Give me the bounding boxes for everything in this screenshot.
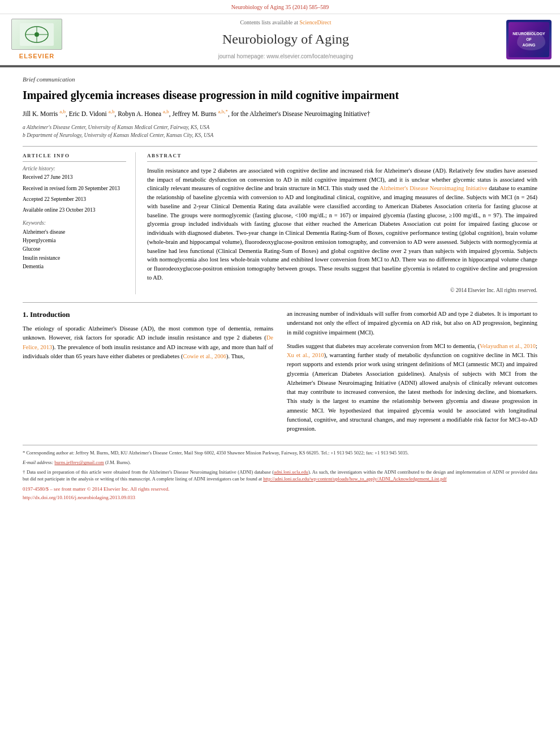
journal-homepage: journal homepage: www.elsevier.com/locat… [218, 53, 353, 61]
keywords-label: Keywords: [23, 220, 126, 227]
keywords-section: Keywords: Alzheimer's disease Hyperglyce… [23, 220, 126, 271]
sciencedirect-link[interactable]: Contents lists available at ScienceDirec… [240, 19, 331, 27]
doi-line[interactable]: http://dx.doi.org/10.1016/j.neurobiolagi… [23, 494, 537, 501]
keyword-1: Alzheimer's disease [23, 229, 126, 236]
de-felice-ref[interactable]: De Felice, 2013 [23, 334, 273, 350]
introduction-section: 1. Introduction The etiology of sporadic… [23, 310, 537, 438]
publisher-logo-area: ELSEVIER [6, 19, 68, 61]
author-morris: Jill K. Morris a,b, Eric D. Vidoni a,b, … [23, 110, 370, 117]
svg-point-4 [35, 32, 39, 37]
affiliation-a: a Alzheimer's Disease Center, University… [23, 123, 537, 131]
adni-list-link[interactable]: http://adni.loni.ucla.edu/wp-content/upl… [263, 476, 446, 482]
footnote-email: E-mail address: burns.jeffrey@gmail.com … [23, 460, 537, 466]
cowie-ref[interactable]: Cowie et al., 2006 [183, 353, 226, 359]
received-date: Received 27 June 2013 [23, 174, 126, 181]
history-label: Article history: [23, 165, 126, 173]
issn-line: 0197-4580/$ – see front matter © 2014 El… [23, 486, 537, 493]
footnote-dagger: † Data used in preparation of this artic… [23, 469, 537, 483]
journal-title-area: Contents lists available at ScienceDirec… [74, 19, 498, 61]
xu-ref[interactable]: Xu et al., 2010 [287, 352, 324, 358]
section-divider [23, 302, 537, 303]
keyword-5: Dementia [23, 263, 126, 271]
intro-paragraph-2: an increasing number of individuals will… [287, 310, 537, 337]
adni-link[interactable]: Alzheimer's Disease Neuroimaging Initiat… [380, 185, 487, 191]
article-info-column: ARTICLE INFO Article history: Received 2… [23, 152, 136, 294]
journal-citation-bar: Neurobiology of Aging 35 (2014) 585–589 [0, 0, 560, 14]
online-date: Available online 23 October 2013 [23, 207, 126, 214]
icon-line2: OF [512, 37, 545, 42]
intro-right-col: an increasing number of individuals will… [287, 310, 537, 438]
elsevier-logo-graphic [11, 19, 62, 50]
elsevier-text: ELSEVIER [19, 52, 54, 61]
intro-paragraph-3: Studies suggest that diabetes may accele… [287, 342, 537, 434]
adni-db-link[interactable]: adni.loni.ucla.edu [274, 469, 308, 475]
email-link[interactable]: burns.jeffrey@gmail.com [54, 460, 104, 465]
journal-icon-area: NEUROBIOLOGY OF AGING [503, 19, 554, 61]
journal-icon: NEUROBIOLOGY OF AGING [506, 20, 552, 59]
journal-title: Neurobiology of Aging [222, 30, 349, 49]
revised-date: Received in revised form 20 September 20… [23, 185, 126, 192]
journal-header: ELSEVIER Contents lists available at Sci… [0, 14, 560, 66]
icon-line1: NEUROBIOLOGY [512, 31, 545, 37]
abstract-heading: ABSTRACT [147, 152, 537, 162]
article-title: Impaired glycemia increases disease prog… [23, 88, 537, 102]
footnotes-area: * Corresponding author at: Jeffrey M. Bu… [23, 445, 537, 501]
keyword-3: Glucose [23, 246, 126, 253]
authors-line: Jill K. Morris a,b, Eric D. Vidoni a,b, … [23, 108, 537, 119]
abstract-body: Insulin resistance and type 2 diabetes a… [147, 166, 537, 282]
article-info-abstract: ARTICLE INFO Article history: Received 2… [23, 146, 537, 294]
affiliation-b: b Department of Neurology, University of… [23, 131, 537, 139]
footnote-corresponding: * Corresponding author at: Jeffrey M. Bu… [23, 450, 537, 457]
abstract-column: ABSTRACT Insulin resistance and type 2 d… [147, 152, 537, 294]
intro-heading: 1. Introduction [23, 310, 273, 320]
intro-left-col: 1. Introduction The etiology of sporadic… [23, 310, 273, 438]
sciencedirect-anchor[interactable]: ScienceDirect [299, 19, 331, 25]
doi-link[interactable]: http://dx.doi.org/10.1016/j.neurobiolagi… [23, 495, 135, 500]
icon-line3: AGING [512, 42, 545, 48]
keyword-2: Hyperglycemia [23, 237, 126, 244]
accepted-date: Accepted 22 September 2013 [23, 196, 126, 203]
article-info-heading: ARTICLE INFO [23, 152, 126, 162]
affiliations: a Alzheimer's Disease Center, University… [23, 123, 537, 140]
copyright: © 2014 Elsevier Inc. All rights reserved… [147, 287, 537, 294]
main-content: Brief communication Impaired glycemia in… [0, 67, 560, 510]
velayudhan-ref[interactable]: Velayudhan et al., 2010 [480, 343, 536, 349]
article-type: Brief communication [23, 75, 537, 84]
intro-paragraph-1: The etiology of sporadic Alzheimer's Dis… [23, 324, 273, 361]
journal-citation: Neurobiology of Aging 35 (2014) 585–589 [231, 4, 329, 10]
keyword-4: Insulin resistance [23, 255, 126, 262]
